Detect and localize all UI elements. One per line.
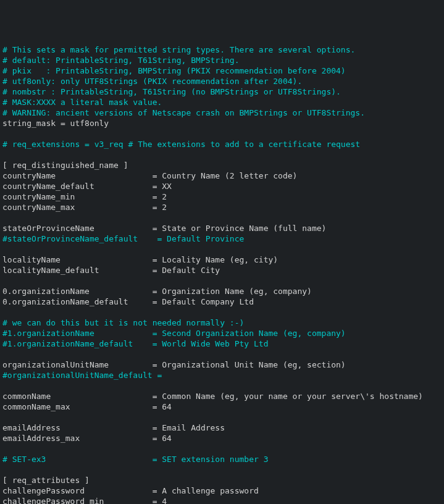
- config-line: # MASK:XXXX a literal mask value.: [2, 98, 162, 107]
- config-line: localityName = Locality Name (eg, city): [2, 255, 278, 264]
- config-line: # nombstr : PrintableString, T61String (…: [2, 87, 341, 96]
- config-line: # utf8only: only UTF8Strings (PKIX recom…: [2, 77, 302, 86]
- config-line: #1.organizationName = Second Organizatio…: [2, 329, 346, 338]
- config-line: [ req_distinguished_name ]: [2, 161, 128, 170]
- config-line: organizationalUnitName = Organizational …: [2, 360, 346, 369]
- config-line: commonName = Common Name (eg, your name …: [2, 392, 423, 401]
- config-line: 0.organizationName_default = Default Com…: [2, 297, 254, 306]
- config-file-view: # This sets a mask for permitted string …: [2, 44, 442, 504]
- config-line: # SET-ex3 = SET extension number 3: [2, 455, 268, 464]
- config-line: string_mask = utf8only: [2, 119, 109, 128]
- config-line: emailAddress_max = 64: [2, 434, 172, 443]
- config-line: #organizationalUnitName_default =: [2, 371, 162, 380]
- config-line: localityName_default = Default City: [2, 266, 220, 275]
- config-line: # req_extensions = v3_req # The extensio…: [2, 140, 360, 149]
- config-line: countryName_max = 2: [2, 203, 167, 212]
- config-line: commonName_max = 64: [2, 402, 172, 411]
- config-line: challengePassword = A challenge password: [2, 486, 259, 495]
- config-line: challengePassword_min = 4: [2, 497, 167, 504]
- config-line: 0.organizationName = Organization Name (…: [2, 287, 312, 296]
- config-line: # pkix : PrintableString, BMPString (PKI…: [2, 66, 346, 75]
- config-line: countryName_default = XX: [2, 182, 172, 191]
- config-line: countryName_min = 2: [2, 192, 167, 201]
- config-line: [ req_attributes ]: [2, 476, 90, 485]
- config-line: stateOrProvinceName = State or Province …: [2, 224, 326, 233]
- config-line: #stateOrProvinceName_default = Default P…: [2, 234, 244, 243]
- config-line: countryName = Country Name (2 letter cod…: [2, 171, 297, 180]
- config-line: # WARNING: ancient versions of Netscape …: [2, 108, 365, 117]
- config-line: #1.organizationName_default = World Wide…: [2, 339, 268, 348]
- config-line: # This sets a mask for permitted string …: [2, 45, 355, 54]
- config-line: # default: PrintableString, T61String, B…: [2, 56, 240, 65]
- config-line: emailAddress = Email Address: [2, 423, 225, 432]
- config-line: # we can do this but it is not needed no…: [2, 318, 244, 327]
